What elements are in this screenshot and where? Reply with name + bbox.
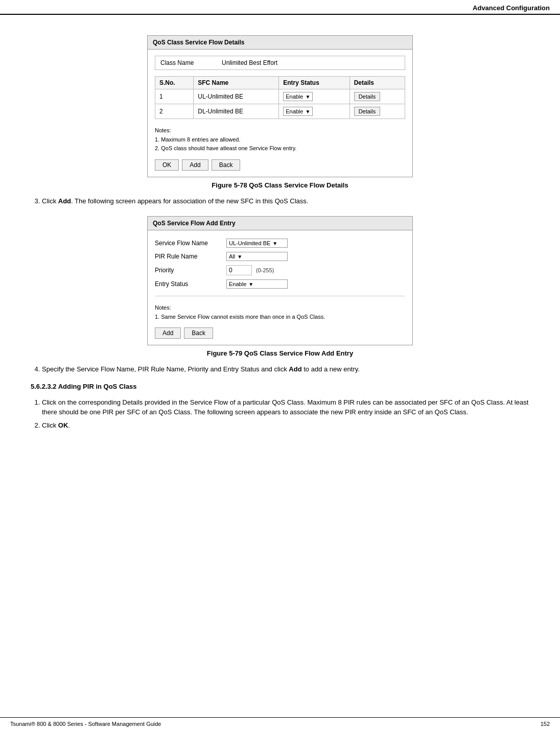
form-label-service-flow: Service Flow Name: [155, 240, 226, 247]
cell-sfc-name-1: UL-Unlimited BE: [194, 89, 279, 104]
page-footer: Tsunami® 800 & 8000 Series - Software Ma…: [0, 717, 560, 730]
cell-status-2: Enable ▼: [279, 104, 349, 119]
form-row-entry-status: Entry Status Enable ▼: [155, 279, 405, 289]
step3-bold: Add: [58, 197, 71, 205]
col-sfc-name: SFC Name: [194, 77, 279, 89]
pir-rule-select[interactable]: All ▼: [226, 252, 288, 261]
figure-caption-79: Figure 5-79 QoS Class Service Flow Add E…: [207, 349, 353, 357]
step-3-text: Click Add. The following screen appears …: [31, 196, 529, 206]
step4-rest: to add a new entry.: [302, 365, 360, 373]
back-button-1[interactable]: Back: [212, 159, 241, 171]
chevron-down-icon: ▼: [305, 109, 310, 114]
col-sno: S.No.: [155, 77, 194, 89]
list-item: Click on the corresponding Details provi…: [42, 397, 529, 417]
form-label-pir-rule: PIR Rule Name: [155, 253, 226, 260]
notes-title-2: Notes:: [155, 304, 171, 311]
section-562-steps: Click on the corresponding Details provi…: [31, 397, 529, 431]
details-button-2[interactable]: Details: [354, 107, 381, 116]
button-row-1: OK Add Back: [155, 159, 405, 171]
col-details: Details: [349, 77, 405, 89]
qos-class-service-flow-panel: QoS Class Service Flow Details Class Nam…: [147, 35, 413, 177]
step-4-text: Specify the Service Flow Name, PIR Rule …: [31, 364, 529, 374]
entry-status-select[interactable]: Enable ▼: [226, 279, 288, 289]
add-button-1[interactable]: Add: [182, 159, 208, 171]
figure-79-container: QoS Service Flow Add Entry Service Flow …: [31, 216, 529, 357]
form-label-priority: Priority: [155, 267, 226, 274]
notes-section-2: Notes: 1. Same Service Flow cannot exist…: [155, 303, 405, 321]
class-name-label: Class Name: [160, 59, 222, 66]
chevron-down-icon: ▼: [272, 241, 277, 246]
cell-sno-2: 2: [155, 104, 194, 119]
panel-title-1: QoS Class Service Flow Details: [148, 36, 412, 50]
chevron-down-icon: ▼: [248, 281, 253, 287]
form-row-service-flow: Service Flow Name UL-Unlimited BE ▼: [155, 239, 405, 248]
chevron-down-icon: ▼: [305, 94, 310, 100]
panel-body-2: Service Flow Name UL-Unlimited BE ▼ PIR …: [148, 230, 412, 345]
figure-78-container: QoS Class Service Flow Details Class Nam…: [31, 35, 529, 189]
form-value-pir-rule: All ▼: [226, 252, 288, 261]
notes-title-1: Notes:: [155, 127, 171, 133]
note-1-1: 1. Maximum 8 entries are allowed.: [155, 136, 241, 143]
step-562-2-prefix: Click: [42, 421, 58, 429]
table-row: 1 UL-Unlimited BE Enable ▼ Details: [155, 89, 405, 104]
panel-body-1: Class Name Unlimited Best Effort S.No. S…: [148, 50, 412, 177]
step4-prefix: Specify the Service Flow Name, PIR Rule …: [42, 365, 289, 373]
figure-caption-78: Figure 5-78 QoS Class Service Flow Detai…: [212, 181, 348, 189]
status-select-2[interactable]: Enable ▼: [283, 107, 313, 116]
table-row: 2 DL-Unlimited BE Enable ▼ Details: [155, 104, 405, 119]
button-row-2: Add Back: [155, 327, 405, 339]
panel-title-2: QoS Service Flow Add Entry: [148, 217, 412, 230]
note-1-2: 2. QoS class should have atleast one Ser…: [155, 145, 296, 151]
step-562-1: Click on the corresponding Details provi…: [42, 398, 528, 416]
cell-details-2: Details: [349, 104, 405, 119]
col-entry-status: Entry Status: [279, 77, 349, 89]
form-value-entry-status: Enable ▼: [226, 279, 288, 289]
cell-sno-1: 1: [155, 89, 194, 104]
service-flow-select[interactable]: UL-Unlimited BE ▼: [226, 239, 288, 248]
list-item: Click OK.: [42, 420, 529, 431]
step3-rest: . The following screen appears for assoc…: [71, 197, 308, 205]
add-button-2[interactable]: Add: [155, 327, 181, 339]
form-value-service-flow: UL-Unlimited BE ▼: [226, 239, 288, 248]
footer-right: 152: [541, 721, 550, 727]
priority-range: (0-255): [256, 267, 274, 273]
form-row-pir-rule: PIR Rule Name All ▼: [155, 252, 405, 261]
sfc-table: S.No. SFC Name Entry Status Details 1 UL…: [155, 76, 405, 119]
chevron-down-icon: ▼: [237, 254, 242, 260]
class-name-row: Class Name Unlimited Best Effort: [155, 56, 405, 70]
header-title: Advanced Configuration: [473, 4, 550, 12]
priority-input[interactable]: [226, 265, 252, 275]
step4-bold: Add: [289, 365, 301, 373]
page-header: Advanced Configuration: [0, 0, 560, 15]
cell-sfc-name-2: DL-Unlimited BE: [194, 104, 279, 119]
back-button-2[interactable]: Back: [184, 327, 213, 339]
ok-button-1[interactable]: OK: [155, 159, 179, 171]
section-heading-562: 5.6.2.3.2 Adding PIR in QoS Class: [31, 383, 529, 390]
status-select-1[interactable]: Enable ▼: [283, 92, 313, 101]
note-2-1: 1. Same Service Flow cannot exists more …: [155, 314, 325, 320]
footer-left: Tsunami® 800 & 8000 Series - Software Ma…: [10, 721, 161, 727]
class-name-value: Unlimited Best Effort: [222, 59, 277, 66]
step-562-2-period: .: [68, 421, 70, 429]
cell-status-1: Enable ▼: [279, 89, 349, 104]
form-value-priority: (0-255): [226, 265, 274, 275]
details-button-1[interactable]: Details: [354, 92, 381, 101]
qos-service-flow-add-panel: QoS Service Flow Add Entry Service Flow …: [147, 216, 413, 345]
form-row-priority: Priority (0-255): [155, 265, 405, 275]
step-562-2-bold: OK: [58, 421, 68, 429]
notes-section-1: Notes: 1. Maximum 8 entries are allowed.…: [155, 126, 405, 153]
form-label-entry-status: Entry Status: [155, 280, 226, 288]
cell-details-1: Details: [349, 89, 405, 104]
step3-prefix: Click: [42, 197, 58, 205]
